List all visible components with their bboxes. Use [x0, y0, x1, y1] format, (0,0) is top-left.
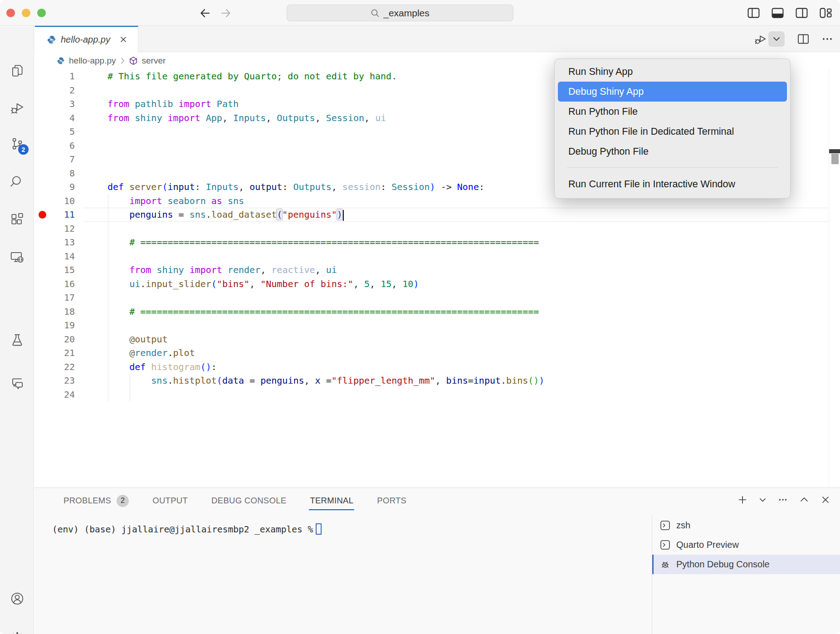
forward-arrow-icon[interactable] [220, 8, 231, 19]
line-number[interactable]: 4 [34, 111, 75, 125]
panel-tab-problems[interactable]: PROBLEMS2 [52, 488, 141, 513]
panel-tabs: PROBLEMS2OUTPUTDEBUG CONSOLETERMINALPORT… [34, 488, 418, 513]
line-number[interactable]: 12 [34, 222, 75, 236]
code-text [75, 249, 107, 263]
line-number[interactable]: 21 [34, 346, 75, 360]
line-number[interactable]: 16 [34, 277, 75, 291]
panel-tab-debug-console[interactable]: DEBUG CONSOLE [200, 488, 298, 513]
terminal-tab-quarto-preview[interactable]: Quarto Preview [652, 535, 840, 555]
zoom-window-button[interactable] [37, 9, 46, 17]
code-text: from shiny import App, Inputs, Outputs, … [75, 111, 386, 125]
split-editor-icon[interactable] [797, 34, 809, 44]
line-number[interactable]: 10 [34, 194, 75, 208]
code-line: 18 # ===================================… [34, 305, 829, 319]
menu-item-run-shiny-app[interactable]: Run Shiny App [555, 62, 790, 82]
search-value: _examples [383, 8, 430, 19]
customize-layout-icon[interactable] [820, 8, 832, 18]
settings-item[interactable]: 1 [10, 631, 25, 634]
panel-more-actions-icon[interactable] [778, 495, 787, 504]
line-number[interactable]: 20 [34, 332, 75, 346]
line-number[interactable]: 9 [34, 180, 75, 194]
breadcrumb-file[interactable]: hello-app.py [69, 56, 116, 66]
line-number[interactable]: 19 [34, 318, 75, 332]
code-line: 15 from shiny import render, reactive, u… [34, 263, 829, 277]
code-line: 17 [34, 291, 829, 305]
debug-run-button[interactable] [754, 32, 767, 46]
terminal-cursor [316, 523, 322, 535]
remote-explorer-icon[interactable] [10, 249, 25, 265]
editor-scrollbar-rail[interactable] [829, 69, 829, 488]
terminal-tab-label: Python Debug Console [676, 559, 770, 570]
line-number[interactable]: 15 [34, 263, 75, 277]
code-line: 21 @render.plot [34, 346, 829, 360]
code-line: 13 # ===================================… [34, 235, 829, 249]
toggle-panel-icon[interactable] [772, 8, 784, 18]
line-number[interactable]: 14 [34, 249, 75, 263]
panel-tab-ports[interactable]: PORTS [365, 488, 418, 513]
menu-item-run-python-file[interactable]: Run Python File [555, 102, 790, 122]
search-sidebar-icon[interactable] [10, 174, 25, 189]
line-number[interactable]: 8 [34, 166, 75, 180]
close-window-button[interactable] [6, 9, 15, 17]
scrollbar-thumb[interactable] [831, 154, 839, 164]
bottom-panel: PROBLEMS2OUTPUTDEBUG CONSOLETERMINALPORT… [34, 488, 840, 634]
line-number[interactable]: 17 [34, 291, 75, 305]
menu-item-debug-python-file[interactable]: Debug Python File [555, 141, 790, 161]
code-text [75, 388, 107, 402]
more-actions-icon[interactable] [822, 34, 833, 44]
code-line: 20 @output [34, 332, 829, 346]
breakpoint-dot[interactable] [39, 211, 46, 219]
line-number[interactable]: 13 [34, 235, 75, 249]
new-terminal-icon[interactable] [738, 495, 747, 504]
maximize-panel-icon[interactable] [800, 495, 809, 504]
code-line: 23 sns.histplot(data = penguins, x ="fli… [34, 374, 829, 388]
terminal-output[interactable]: (env) (base) jjallaire@jjallairesmbp2 _e… [34, 513, 652, 634]
line-number[interactable]: 1 [34, 69, 75, 83]
terminal-profile-chevron-icon[interactable] [759, 495, 766, 504]
command-center-search[interactable]: _examples [287, 5, 513, 21]
line-number[interactable]: 23 [34, 374, 75, 388]
indent-guide [108, 194, 108, 401]
toggle-primary-sidebar-icon[interactable] [747, 8, 760, 18]
line-number[interactable]: 24 [34, 388, 75, 402]
panel-tab-terminal[interactable]: TERMINAL [298, 488, 365, 513]
terminal-tab-zsh[interactable]: zsh [652, 516, 840, 535]
editor-tab-hello-app[interactable]: hello-app.py [35, 26, 138, 52]
chevron-down-icon [773, 36, 780, 42]
back-arrow-icon[interactable] [200, 8, 210, 19]
menu-item-debug-shiny-app[interactable]: Debug Shiny App [558, 82, 787, 102]
menu-divider [567, 167, 778, 168]
run-options-dropdown-button[interactable] [768, 31, 785, 47]
code-text [75, 125, 107, 139]
extensions-icon[interactable] [10, 211, 25, 227]
editor-actions [754, 26, 833, 52]
code-line: 14 [34, 249, 829, 263]
menu-item-run-python-file-in-dedicated-terminal[interactable]: Run Python File in Dedicated Terminal [555, 122, 790, 141]
comments-icon[interactable] [10, 376, 25, 391]
menu-item-run-current-file-in-interactive-window[interactable]: Run Current File in Interactive Window [555, 174, 790, 194]
line-number[interactable]: 6 [34, 139, 75, 153]
line-number[interactable]: 5 [34, 125, 75, 139]
line-number[interactable]: 22 [34, 360, 75, 374]
line-number[interactable]: 3 [34, 97, 75, 111]
testing-beaker-icon[interactable] [10, 332, 25, 348]
account-icon[interactable] [10, 591, 25, 606]
gear-icon [10, 631, 25, 634]
tab-close-icon[interactable] [119, 35, 127, 44]
terminal-tab-python-debug-console[interactable]: Python Debug Console [652, 555, 840, 574]
panel-tab-output[interactable]: OUTPUT [141, 488, 200, 513]
code-line: 12 [34, 222, 829, 236]
line-number[interactable]: 2 [34, 83, 75, 98]
source-control-item[interactable]: 2 [10, 136, 25, 151]
problems-count-badge: 2 [117, 495, 129, 507]
minimize-window-button[interactable] [22, 9, 30, 17]
line-number[interactable]: 18 [34, 305, 75, 319]
breadcrumb-symbol[interactable]: server [142, 56, 166, 66]
explorer-icon[interactable] [10, 63, 25, 78]
close-panel-icon[interactable] [821, 495, 830, 504]
code-text: ui.input_slider("bins", "Number of bins:… [75, 277, 419, 291]
terminal-icon [660, 520, 670, 531]
line-number[interactable]: 7 [34, 152, 75, 166]
run-and-debug-icon[interactable] [10, 101, 25, 116]
toggle-secondary-sidebar-icon[interactable] [796, 8, 808, 18]
